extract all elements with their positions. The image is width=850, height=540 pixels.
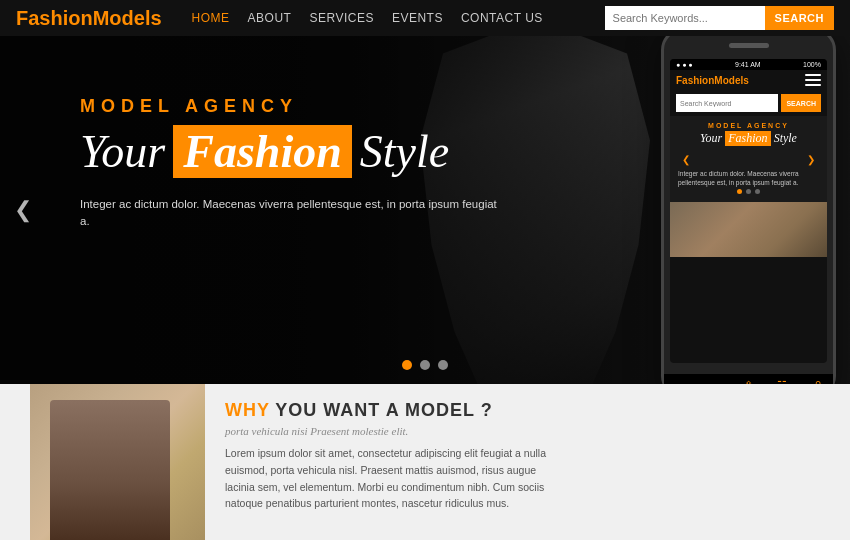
phone-status-bar: ● ● ● 9:41 AM 100% xyxy=(670,59,827,70)
phone-search-input[interactable] xyxy=(676,94,778,112)
phone-dots xyxy=(676,189,821,194)
phone-brand: FashionModels xyxy=(676,75,749,86)
phone-navbar: FashionModels xyxy=(670,70,827,90)
hamburger-line-2 xyxy=(805,79,821,81)
hero-dot-3[interactable] xyxy=(438,360,448,370)
phone-brand-orange: Models xyxy=(714,75,748,86)
phone-title-highlight: Fashion xyxy=(725,131,770,146)
lower-subtitle: porta vehicula nisi Praesent molestie el… xyxy=(225,425,830,437)
lower-title-why: WHY xyxy=(225,400,270,420)
phone-title-right: Style xyxy=(774,131,797,146)
phone-battery: 100% xyxy=(803,61,821,68)
hamburger-line-1 xyxy=(805,74,821,76)
phone-arrows: ❮ ❯ xyxy=(676,150,821,169)
lower-photo xyxy=(30,384,205,540)
nav-about[interactable]: ABOUT xyxy=(248,11,292,25)
phone-mockup: ● ● ● 9:41 AM 100% FashionModels xyxy=(661,36,836,384)
phone-time: 9:41 AM xyxy=(735,61,761,68)
navbar: FashionModels HOME ABOUT SERVICES EVENTS… xyxy=(0,0,850,36)
brand-name-orange: Models xyxy=(93,7,162,29)
hero-title-highlight: Fashion xyxy=(173,125,352,178)
search-bar: SEARCH xyxy=(605,6,834,30)
phone-speaker xyxy=(729,43,769,48)
hero-title-row: Your Fashion Style xyxy=(80,125,500,178)
hero-prev-arrow[interactable]: ❮ xyxy=(14,197,32,223)
phone-dot-1[interactable] xyxy=(737,189,742,194)
phone-hero-desc: Integer ac dictum dolor. Maecenas viverr… xyxy=(676,169,821,187)
hero-dot-2[interactable] xyxy=(420,360,430,370)
phone-photo-image xyxy=(670,202,827,257)
phone-search-button[interactable]: SEARCH xyxy=(781,94,821,112)
phone-photo-strip xyxy=(670,202,827,257)
hero-subtitle: MODEL AGENCY xyxy=(80,96,500,117)
phone-hamburger-menu[interactable] xyxy=(805,74,821,86)
nav-events[interactable]: EVENTS xyxy=(392,11,443,25)
phone-outer: ● ● ● 9:41 AM 100% FashionModels xyxy=(661,36,836,384)
hamburger-line-3 xyxy=(805,84,821,86)
lower-content: WHY YOU WANT A MODEL ? porta vehicula ni… xyxy=(205,384,850,540)
phone-prev-arrow[interactable]: ❮ xyxy=(682,154,690,165)
phone-hero-title: Your Fashion Style xyxy=(676,131,821,146)
phone-hero-content: MODEL AGENCY Your Fashion Style ❮ ❯ Inte… xyxy=(670,116,827,202)
nav-services[interactable]: SERVICES xyxy=(309,11,373,25)
lower-section: WHY YOU WANT A MODEL ? porta vehicula ni… xyxy=(0,384,850,540)
lower-title-rest: YOU WANT A MODEL ? xyxy=(270,400,493,420)
hero-section: MODEL AGENCY Your Fashion Style Integer … xyxy=(0,36,850,384)
nav-contact[interactable]: CONTACT US xyxy=(461,11,543,25)
hero-title-left: Your xyxy=(80,125,165,178)
phone-search-row: SEARCH xyxy=(670,90,827,116)
search-button[interactable]: SEARCH xyxy=(765,6,834,30)
lower-title: WHY YOU WANT A MODEL ? xyxy=(225,400,830,421)
phone-dot-3[interactable] xyxy=(755,189,760,194)
phone-dot-2[interactable] xyxy=(746,189,751,194)
phone-brand-white: Fashion xyxy=(676,75,714,86)
hero-dots xyxy=(402,360,448,370)
lower-description: Lorem ipsum dolor sit amet, consectetur … xyxy=(225,445,565,512)
hero-title-right: Style xyxy=(360,125,449,178)
phone-signal: ● ● ● xyxy=(676,61,693,68)
phone-next-arrow[interactable]: ❯ xyxy=(807,154,815,165)
phone-screen: ● ● ● 9:41 AM 100% FashionModels xyxy=(670,59,827,363)
lower-model-image xyxy=(50,400,170,540)
phone-hero-subtitle: MODEL AGENCY xyxy=(676,122,821,129)
hero-description: Integer ac dictum dolor. Maecenas viverr… xyxy=(80,196,500,231)
brand-name-white: Fashion xyxy=(16,7,93,29)
nav-links: HOME ABOUT SERVICES EVENTS CONTACT US xyxy=(192,11,605,25)
phone-title-left: Your xyxy=(700,131,722,146)
search-input[interactable] xyxy=(605,6,765,30)
hero-content: MODEL AGENCY Your Fashion Style Integer … xyxy=(80,96,500,231)
brand-logo[interactable]: FashionModels xyxy=(16,7,162,30)
nav-home[interactable]: HOME xyxy=(192,11,230,25)
hero-dot-1[interactable] xyxy=(402,360,412,370)
